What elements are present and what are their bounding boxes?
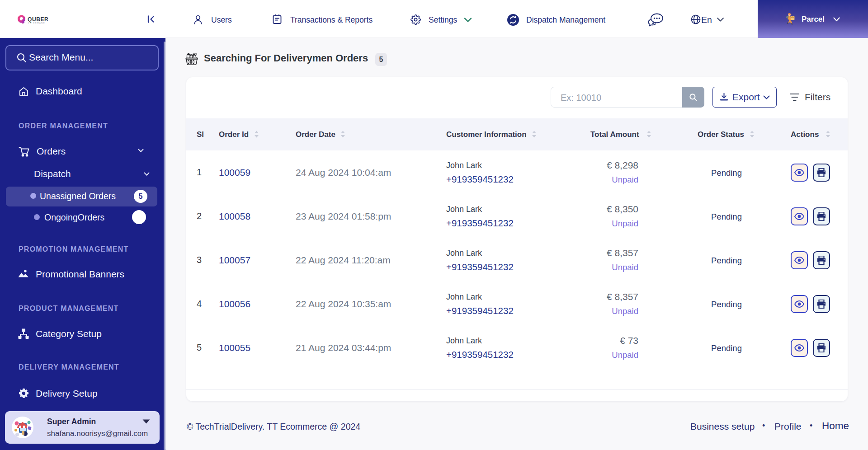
svg-text:ON DEMAND: ON DEMAND xyxy=(28,22,46,24)
